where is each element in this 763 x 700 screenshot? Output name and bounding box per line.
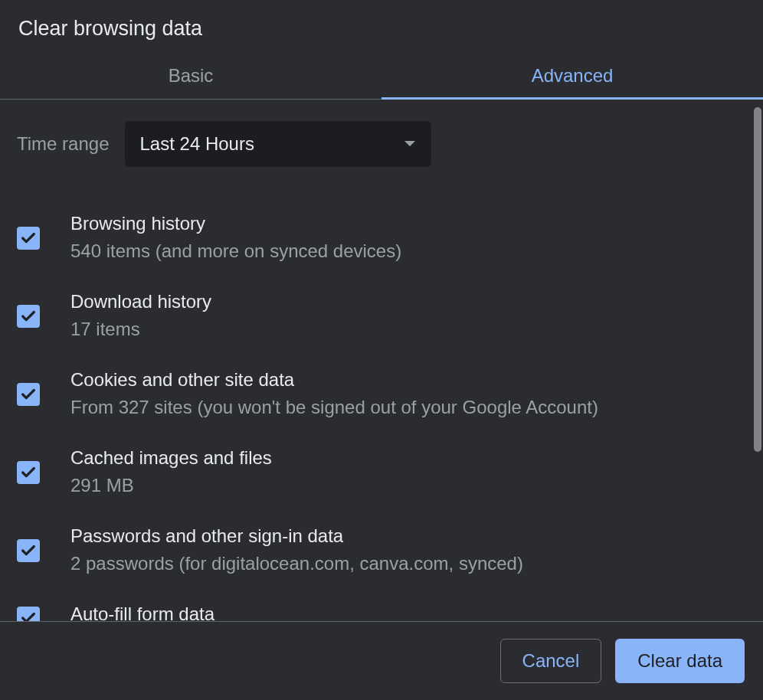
checkbox-download-history[interactable] <box>17 305 40 328</box>
tab-advanced[interactable]: Advanced <box>382 54 763 99</box>
item-cookies: Cookies and other site data From 327 sit… <box>17 369 746 418</box>
time-range-label: Time range <box>17 133 110 155</box>
checkbox-cached[interactable] <box>17 461 40 484</box>
item-cached: Cached images and files 291 MB <box>17 447 746 496</box>
clear-data-button[interactable]: Clear data <box>615 639 745 683</box>
item-title: Passwords and other sign-in data <box>70 525 523 547</box>
item-desc: 17 items <box>70 319 211 340</box>
item-title: Browsing history <box>70 213 401 234</box>
check-icon <box>20 386 37 403</box>
item-text: Cookies and other site data From 327 sit… <box>70 369 598 418</box>
check-icon <box>20 230 37 247</box>
content: Time range Last 24 Hours Browsing histor… <box>0 100 763 621</box>
item-title: Cached images and files <box>70 447 272 469</box>
tabs: Basic Advanced <box>0 54 763 100</box>
cancel-button[interactable]: Cancel <box>500 639 602 683</box>
check-icon <box>20 464 37 481</box>
item-desc: 540 items (and more on synced devices) <box>70 240 401 262</box>
item-autofill: Auto-fill form data <box>17 604 746 621</box>
scrollbar[interactable] <box>754 107 761 582</box>
check-icon <box>20 610 37 621</box>
item-text: Cached images and files 291 MB <box>70 447 272 496</box>
item-passwords: Passwords and other sign-in data 2 passw… <box>17 525 746 574</box>
dialog-title: Clear browsing data <box>0 0 763 54</box>
tab-basic[interactable]: Basic <box>0 54 382 99</box>
checkbox-autofill[interactable] <box>17 607 40 621</box>
item-title: Cookies and other site data <box>70 369 598 391</box>
checkbox-browsing-history[interactable] <box>17 227 40 250</box>
item-text: Download history 17 items <box>70 291 211 340</box>
item-desc: 2 passwords (for digitalocean.com, canva… <box>70 553 523 574</box>
item-desc: 291 MB <box>70 475 272 496</box>
check-icon <box>20 542 37 559</box>
item-text: Auto-fill form data <box>70 604 214 621</box>
item-title: Auto-fill form data <box>70 604 214 621</box>
time-range-select[interactable]: Last 24 Hours <box>125 121 431 167</box>
item-text: Browsing history 540 items (and more on … <box>70 213 401 262</box>
item-title: Download history <box>70 291 211 312</box>
checkbox-passwords[interactable] <box>17 539 40 562</box>
content-scroll-area: Time range Last 24 Hours Browsing histor… <box>0 100 763 621</box>
item-text: Passwords and other sign-in data 2 passw… <box>70 525 523 574</box>
dialog-footer: Cancel Clear data <box>0 621 763 700</box>
item-desc: From 327 sites (you won't be signed out … <box>70 397 598 418</box>
time-range-value: Last 24 Hours <box>140 133 254 155</box>
check-icon <box>20 308 37 325</box>
item-download-history: Download history 17 items <box>17 291 746 340</box>
time-range-row: Time range Last 24 Hours <box>17 121 746 167</box>
scrollbar-thumb[interactable] <box>754 107 761 452</box>
item-browsing-history: Browsing history 540 items (and more on … <box>17 213 746 262</box>
clear-browsing-data-dialog: Clear browsing data Basic Advanced Time … <box>0 0 763 700</box>
checkbox-cookies[interactable] <box>17 383 40 406</box>
chevron-down-icon <box>404 140 416 148</box>
